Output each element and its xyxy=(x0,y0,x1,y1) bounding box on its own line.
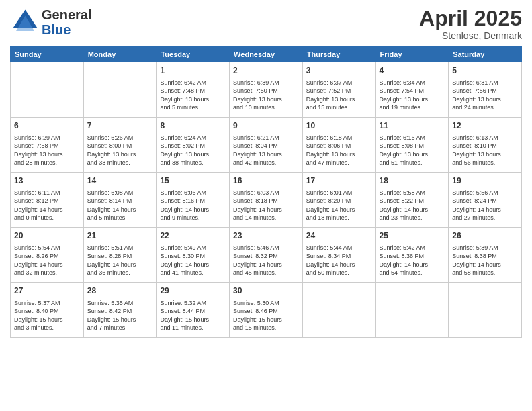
day-number: 26 xyxy=(452,230,518,242)
calendar-header-wednesday: Wednesday xyxy=(230,47,303,62)
calendar-cell: 15Sunrise: 6:06 AM Sunset: 8:16 PM Dayli… xyxy=(157,173,230,228)
calendar-cell xyxy=(302,283,375,338)
day-number: 30 xyxy=(233,285,299,297)
day-info: Sunrise: 6:29 AM Sunset: 7:58 PM Dayligh… xyxy=(14,134,80,167)
calendar-header-tuesday: Tuesday xyxy=(157,47,230,62)
day-number: 10 xyxy=(306,120,372,132)
day-info: Sunrise: 6:11 AM Sunset: 8:12 PM Dayligh… xyxy=(14,189,80,222)
calendar-cell: 14Sunrise: 6:08 AM Sunset: 8:14 PM Dayli… xyxy=(83,173,157,228)
day-number: 9 xyxy=(233,120,299,132)
calendar-week-row: 20Sunrise: 5:54 AM Sunset: 8:26 PM Dayli… xyxy=(11,228,522,283)
day-info: Sunrise: 5:54 AM Sunset: 8:26 PM Dayligh… xyxy=(14,244,80,277)
day-number: 16 xyxy=(233,175,299,187)
logo-label: General Blue xyxy=(42,7,91,37)
calendar-week-row: 6Sunrise: 6:29 AM Sunset: 7:58 PM Daylig… xyxy=(11,118,522,173)
calendar-cell: 27Sunrise: 5:37 AM Sunset: 8:40 PM Dayli… xyxy=(11,283,84,338)
day-number: 14 xyxy=(87,175,153,187)
day-info: Sunrise: 5:35 AM Sunset: 8:42 PM Dayligh… xyxy=(87,299,153,332)
month-title: April 2025 xyxy=(419,7,522,30)
day-number: 15 xyxy=(160,175,226,187)
day-info: Sunrise: 6:13 AM Sunset: 8:10 PM Dayligh… xyxy=(452,134,518,167)
calendar-cell: 9Sunrise: 6:21 AM Sunset: 8:04 PM Daylig… xyxy=(230,118,303,173)
calendar-cell: 6Sunrise: 6:29 AM Sunset: 7:58 PM Daylig… xyxy=(11,118,84,173)
day-info: Sunrise: 6:21 AM Sunset: 8:04 PM Dayligh… xyxy=(233,134,299,167)
day-number: 25 xyxy=(380,230,445,242)
day-number: 29 xyxy=(160,285,226,297)
day-number: 7 xyxy=(87,120,153,132)
day-info: Sunrise: 5:30 AM Sunset: 8:46 PM Dayligh… xyxy=(233,299,299,332)
calendar-cell: 3Sunrise: 6:37 AM Sunset: 7:52 PM Daylig… xyxy=(302,62,375,118)
logo: General Blue xyxy=(10,7,91,37)
calendar-cell: 24Sunrise: 5:44 AM Sunset: 8:34 PM Dayli… xyxy=(302,228,375,283)
day-info: Sunrise: 6:34 AM Sunset: 7:54 PM Dayligh… xyxy=(380,79,445,112)
day-number: 2 xyxy=(233,65,299,77)
calendar-cell: 11Sunrise: 6:16 AM Sunset: 8:08 PM Dayli… xyxy=(375,118,449,173)
calendar-week-row: 13Sunrise: 6:11 AM Sunset: 8:12 PM Dayli… xyxy=(11,173,522,228)
day-info: Sunrise: 5:39 AM Sunset: 8:38 PM Dayligh… xyxy=(452,244,518,277)
calendar-cell: 19Sunrise: 5:56 AM Sunset: 8:24 PM Dayli… xyxy=(449,173,522,228)
calendar-cell: 30Sunrise: 5:30 AM Sunset: 8:46 PM Dayli… xyxy=(230,283,303,338)
day-number: 3 xyxy=(306,65,372,77)
day-info: Sunrise: 6:03 AM Sunset: 8:18 PM Dayligh… xyxy=(233,189,299,222)
calendar-cell xyxy=(375,283,449,338)
day-info: Sunrise: 5:37 AM Sunset: 8:40 PM Dayligh… xyxy=(14,299,80,332)
calendar-week-row: 1Sunrise: 6:42 AM Sunset: 7:48 PM Daylig… xyxy=(11,62,522,118)
calendar-cell: 13Sunrise: 6:11 AM Sunset: 8:12 PM Dayli… xyxy=(11,173,84,228)
calendar-cell: 26Sunrise: 5:39 AM Sunset: 8:38 PM Dayli… xyxy=(449,228,522,283)
calendar-header-saturday: Saturday xyxy=(449,47,522,62)
calendar-cell: 4Sunrise: 6:34 AM Sunset: 7:54 PM Daylig… xyxy=(375,62,449,118)
day-number: 11 xyxy=(380,120,445,132)
logo-icon xyxy=(10,7,40,37)
calendar-cell: 7Sunrise: 6:26 AM Sunset: 8:00 PM Daylig… xyxy=(83,118,157,173)
location: Stenlose, Denmark xyxy=(419,30,522,41)
day-number: 4 xyxy=(380,65,445,77)
day-number: 5 xyxy=(452,65,518,77)
day-number: 6 xyxy=(14,120,80,132)
day-number: 1 xyxy=(160,65,226,77)
calendar-header-friday: Friday xyxy=(375,47,449,62)
calendar-header-sunday: Sunday xyxy=(11,47,84,62)
day-info: Sunrise: 6:06 AM Sunset: 8:16 PM Dayligh… xyxy=(160,189,226,222)
day-number: 21 xyxy=(87,230,153,242)
day-number: 24 xyxy=(306,230,372,242)
calendar-cell: 1Sunrise: 6:42 AM Sunset: 7:48 PM Daylig… xyxy=(157,62,230,118)
day-number: 8 xyxy=(160,120,226,132)
day-number: 12 xyxy=(452,120,518,132)
calendar-cell: 18Sunrise: 5:58 AM Sunset: 8:22 PM Dayli… xyxy=(375,173,449,228)
calendar-cell: 12Sunrise: 6:13 AM Sunset: 8:10 PM Dayli… xyxy=(449,118,522,173)
calendar-cell: 5Sunrise: 6:31 AM Sunset: 7:56 PM Daylig… xyxy=(449,62,522,118)
day-number: 19 xyxy=(452,175,518,187)
calendar-header-thursday: Thursday xyxy=(302,47,375,62)
day-info: Sunrise: 5:56 AM Sunset: 8:24 PM Dayligh… xyxy=(452,189,518,222)
day-info: Sunrise: 6:31 AM Sunset: 7:56 PM Dayligh… xyxy=(452,79,518,112)
calendar-cell: 21Sunrise: 5:51 AM Sunset: 8:28 PM Dayli… xyxy=(83,228,157,283)
calendar-cell: 2Sunrise: 6:39 AM Sunset: 7:50 PM Daylig… xyxy=(230,62,303,118)
day-number: 13 xyxy=(14,175,80,187)
day-info: Sunrise: 5:42 AM Sunset: 8:36 PM Dayligh… xyxy=(380,244,445,277)
calendar-cell: 20Sunrise: 5:54 AM Sunset: 8:26 PM Dayli… xyxy=(11,228,84,283)
day-number: 28 xyxy=(87,285,153,297)
calendar-cell: 22Sunrise: 5:49 AM Sunset: 8:30 PM Dayli… xyxy=(157,228,230,283)
calendar-cell xyxy=(11,62,84,118)
calendar-cell: 23Sunrise: 5:46 AM Sunset: 8:32 PM Dayli… xyxy=(230,228,303,283)
calendar-cell: 25Sunrise: 5:42 AM Sunset: 8:36 PM Dayli… xyxy=(375,228,449,283)
calendar-cell: 8Sunrise: 6:24 AM Sunset: 8:02 PM Daylig… xyxy=(157,118,230,173)
day-number: 17 xyxy=(306,175,372,187)
calendar-header-row: SundayMondayTuesdayWednesdayThursdayFrid… xyxy=(11,47,522,62)
day-number: 20 xyxy=(14,230,80,242)
day-info: Sunrise: 5:51 AM Sunset: 8:28 PM Dayligh… xyxy=(87,244,153,277)
day-info: Sunrise: 6:37 AM Sunset: 7:52 PM Dayligh… xyxy=(306,79,372,112)
calendar-week-row: 27Sunrise: 5:37 AM Sunset: 8:40 PM Dayli… xyxy=(11,283,522,338)
day-info: Sunrise: 6:42 AM Sunset: 7:48 PM Dayligh… xyxy=(160,79,226,112)
day-info: Sunrise: 5:58 AM Sunset: 8:22 PM Dayligh… xyxy=(380,189,445,222)
calendar-table: SundayMondayTuesdayWednesdayThursdayFrid… xyxy=(10,46,522,338)
day-info: Sunrise: 6:26 AM Sunset: 8:00 PM Dayligh… xyxy=(87,134,153,167)
day-info: Sunrise: 5:46 AM Sunset: 8:32 PM Dayligh… xyxy=(233,244,299,277)
title-area: April 2025 Stenlose, Denmark xyxy=(419,7,522,41)
calendar-cell: 16Sunrise: 6:03 AM Sunset: 8:18 PM Dayli… xyxy=(230,173,303,228)
calendar-cell xyxy=(83,62,157,118)
page: General Blue April 2025 Stenlose, Denmar… xyxy=(0,0,532,411)
logo-general-text: General xyxy=(42,7,91,22)
logo-blue-text: Blue xyxy=(42,22,91,37)
calendar-header-monday: Monday xyxy=(83,47,157,62)
